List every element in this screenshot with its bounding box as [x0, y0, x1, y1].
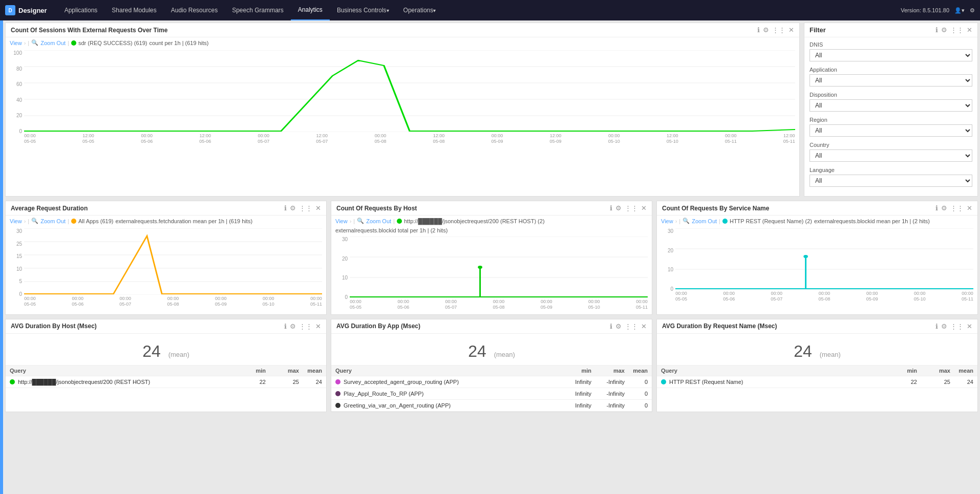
panel6-row1-max: -Infinity [591, 379, 625, 385]
filter-drag-icon[interactable]: ⋮⋮ [950, 26, 964, 34]
panel7-row1-mean: 24 [950, 379, 973, 385]
panel5-row1-max: 25 [266, 379, 299, 385]
nav-speech-grammars[interactable]: Speech Grammars [225, 0, 291, 20]
nav-audio-resources[interactable]: Audio Resources [164, 0, 225, 20]
nav-business-controls[interactable]: Business Controls [330, 0, 396, 20]
panel1-info-icon[interactable]: ℹ [757, 26, 760, 34]
panel2-zoom-link[interactable]: Zoom Out [40, 218, 66, 224]
x-label: 00:0005-08 [374, 133, 386, 144]
panel2-svg [24, 228, 322, 295]
y-label: 5 [10, 278, 22, 284]
x-label: 00:0005-11 [725, 133, 737, 144]
panel3-x-axis: 00:0005-05 00:0005-06 00:0005-07 00:0005… [350, 298, 648, 310]
panel3-y-axis: 30 20 10 0 [335, 237, 350, 310]
panel1-drag-icon[interactable]: ⋮⋮ [772, 26, 785, 34]
nav-shared-modules[interactable]: Shared Modules [104, 0, 163, 20]
panel6-info-icon[interactable]: ℹ [610, 323, 612, 330]
panel-avg-request-name: AVG Duration By Request Name (Msec) ℹ ⚙ … [656, 319, 978, 412]
panel5-settings-icon[interactable]: ⚙ [290, 323, 296, 330]
panel1-close-icon[interactable]: ✕ [789, 26, 794, 34]
panel2-view-link[interactable]: View [10, 218, 22, 224]
filter-language-select[interactable]: All [809, 175, 972, 187]
panel3-icons: ℹ ⚙ ⋮⋮ ✕ [610, 204, 647, 212]
panel7-close-icon[interactable]: ✕ [967, 323, 972, 330]
panel3-zoom-link[interactable]: Zoom Out [366, 218, 391, 224]
panel1-detail: count per 1h | (619 hits) [149, 40, 208, 46]
nav-applications[interactable]: Applications [57, 0, 105, 20]
filter-dnis-select[interactable]: All [809, 49, 972, 61]
panel7-settings-icon[interactable]: ⚙ [941, 323, 947, 330]
panel6-close-icon[interactable]: ✕ [641, 323, 647, 330]
panel4-toolbar: View › | 🔍 Zoom Out | HTTP REST (Request… [657, 216, 977, 226]
panel4-view-link[interactable]: View [661, 218, 673, 224]
panel4-settings-icon[interactable]: ⚙ [941, 204, 947, 212]
panel1-icons: ℹ ⚙ ⋮⋮ ✕ [757, 26, 794, 34]
panel4-chart-inner: 00:0005-05 00:0005-06 00:0005-07 00:0005… [675, 228, 973, 302]
nav-operations[interactable]: Operations [396, 0, 443, 20]
panel7-icons: ℹ ⚙ ⋮⋮ ✕ [935, 323, 972, 330]
panel6-settings-icon[interactable]: ⚙ [615, 323, 622, 330]
panel4-header: Count Of Requests By Service Name ℹ ⚙ ⋮⋮… [657, 201, 977, 216]
panel4-series: HTTP REST (Request Name) (2) [730, 218, 812, 224]
x-label: 00:0005-09 [866, 291, 878, 302]
panel5-info-icon[interactable]: ℹ [284, 323, 287, 330]
x-label: 00:0005-09 [541, 299, 552, 310]
nav-analytics[interactable]: Analytics [291, 0, 330, 20]
filter-application-select[interactable]: All [809, 74, 972, 87]
x-label: 00:0005-11 [962, 291, 973, 302]
panel1-settings-icon[interactable]: ⚙ [763, 26, 769, 34]
table-row: Greeting_via_var_on_Agent_routing (APP) … [331, 400, 652, 412]
panel5-drag-icon[interactable]: ⋮⋮ [299, 323, 312, 330]
filter-application-label: Application [809, 67, 972, 73]
y-label: 100 [10, 50, 22, 56]
x-label: 00:0005-06 [72, 296, 83, 307]
panel2-zoom-icon[interactable]: 🔍 [31, 218, 38, 224]
x-label: 12:0005-05 [82, 133, 94, 144]
x-label: 12:0005-06 [199, 133, 211, 144]
filter-close-icon[interactable]: ✕ [967, 26, 972, 34]
panel1-chart-inner: 00:0005-05 12:0005-05 00:0005-06 12:0005… [24, 50, 795, 144]
filter-panel: Filter ℹ ⚙ ⋮⋮ ✕ DNIS All Application [804, 23, 978, 197]
panel5-close-icon[interactable]: ✕ [315, 323, 321, 330]
panel1-series-label: sdr (REQ SUCCESS) (619) [78, 40, 147, 46]
panel-sessions-over-time: Count Of Sessions With External Requests… [5, 23, 800, 197]
panel6-drag-icon[interactable]: ⋮⋮ [625, 323, 638, 330]
panel3-settings-icon[interactable]: ⚙ [615, 204, 622, 212]
panel5-header: AVG Duration By Host (Msec) ℹ ⚙ ⋮⋮ ✕ [6, 319, 326, 334]
app-title: Designer [18, 7, 47, 14]
filter-disposition-select[interactable]: All [809, 99, 972, 112]
panel1-zoom-link[interactable]: Zoom Out [40, 40, 66, 46]
panel1-zoom-icon[interactable]: 🔍 [31, 39, 38, 46]
panel7-info-icon[interactable]: ℹ [935, 323, 938, 330]
filter-country-select[interactable]: All [809, 149, 972, 162]
panel4-zoom-link[interactable]: Zoom Out [692, 218, 717, 224]
panel4-zoom-icon[interactable]: 🔍 [683, 218, 690, 224]
panel2-settings-icon[interactable]: ⚙ [290, 204, 296, 212]
panel5-icons: ℹ ⚙ ⋮⋮ ✕ [284, 323, 321, 330]
panel4-drag-icon[interactable]: ⋮⋮ [950, 204, 964, 212]
panel6-col-mean: mean [625, 368, 648, 374]
panel7-drag-icon[interactable]: ⋮⋮ [950, 323, 964, 330]
user-icon[interactable]: 👤▾ [954, 7, 965, 14]
panel1-y-axis: 100 80 60 40 20 0 [10, 50, 24, 144]
panel4-close-icon[interactable]: ✕ [967, 204, 972, 212]
filter-region-select[interactable]: All [809, 124, 972, 137]
panel4-info-icon[interactable]: ℹ [935, 204, 938, 212]
panel1-view-link[interactable]: View [10, 40, 22, 46]
panel3-close-icon[interactable]: ✕ [641, 204, 647, 212]
panel5-col-query: Query [10, 368, 238, 374]
panel2-drag-icon[interactable]: ⋮⋮ [299, 204, 312, 212]
panel3-view-link[interactable]: View [335, 218, 348, 224]
panel3-info-icon[interactable]: ℹ [610, 204, 612, 212]
panel2-close-icon[interactable]: ✕ [315, 204, 321, 212]
filter-info-icon[interactable]: ℹ [935, 26, 938, 34]
filter-country-label: Country [809, 142, 972, 148]
panel2-icons: ℹ ⚙ ⋮⋮ ✕ [284, 204, 321, 212]
panel3-drag-icon[interactable]: ⋮⋮ [625, 204, 638, 212]
row-3: AVG Duration By Host (Msec) ℹ ⚙ ⋮⋮ ✕ 24 … [3, 317, 980, 414]
panel3-zoom-icon[interactable]: 🔍 [357, 218, 364, 224]
settings-icon[interactable]: ⚙ [970, 7, 975, 14]
panel2-info-icon[interactable]: ℹ [284, 204, 287, 212]
filter-settings-icon[interactable]: ⚙ [941, 26, 947, 34]
panel3-chart-wrapper: 30 20 10 0 [335, 237, 648, 310]
